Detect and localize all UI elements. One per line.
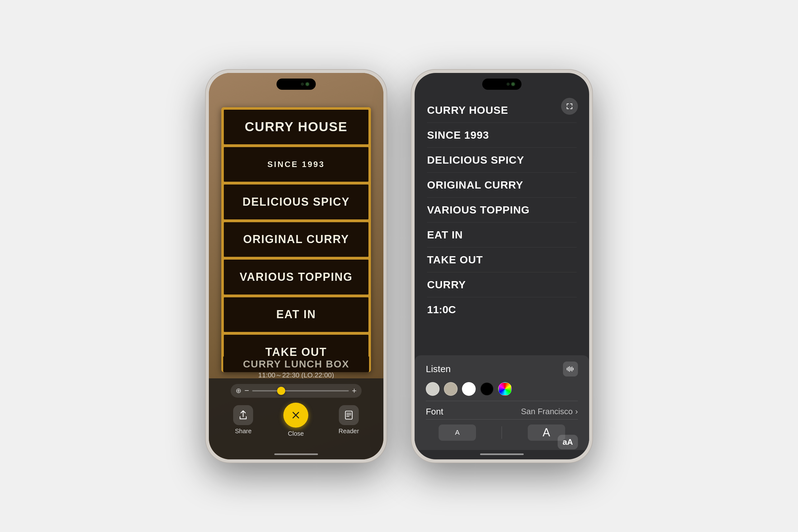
reader-icon[interactable] — [339, 405, 359, 425]
swatch-color-wheel[interactable] — [498, 382, 512, 396]
font-decrease-button[interactable]: A — [439, 424, 476, 441]
sign-row-since: SINCE 1993 — [223, 147, 369, 182]
sign-text-delicious: DELICIOUS SPICY — [243, 195, 350, 209]
text-take-out: TAKE OUT — [427, 254, 483, 266]
swatch-light-gray[interactable] — [426, 382, 439, 396]
zoom-minus[interactable]: − — [244, 386, 249, 396]
text-various: VARIOUS TOPPING — [427, 204, 530, 216]
swatch-warm-gray[interactable] — [444, 382, 458, 396]
font-chevron-icon: › — [575, 407, 578, 416]
font-size-row: A A — [426, 424, 578, 441]
share-label: Share — [235, 428, 251, 435]
font-row[interactable]: Font San Francisco › — [426, 404, 578, 419]
text-line-curry-house: CURRY HOUSE — [427, 101, 577, 123]
text-curry-house: CURRY HOUSE — [427, 104, 508, 116]
close-icon[interactable] — [283, 403, 308, 428]
sign-row-delicious: DELICIOUS SPICY — [223, 184, 369, 220]
text-line-since: SINCE 1993 — [427, 123, 577, 148]
dynamic-island-left — [277, 78, 316, 90]
sign-partial-text: CURRY LUNCH BOX — [243, 358, 349, 370]
camera-sensor — [301, 82, 304, 86]
font-label: Font — [426, 407, 443, 417]
right-phone-screen: CURRY HOUSE SINCE 1993 DELICIOUS SPICY O… — [415, 73, 589, 459]
swatch-white[interactable] — [462, 382, 476, 396]
text-hours-partial: 11:0C — [427, 304, 456, 316]
close-button[interactable]: Close — [283, 403, 308, 437]
expand-button[interactable] — [561, 98, 578, 115]
aa-button[interactable]: aA — [558, 435, 578, 450]
text-line-original: ORIGINAL CURRY — [427, 173, 577, 197]
text-delicious: DELICIOUS SPICY — [427, 154, 524, 166]
text-line-eat-in: EAT IN — [427, 223, 577, 247]
sign-row-curry-house: CURRY HOUSE — [223, 109, 369, 145]
left-phone: CURRY HOUSE SINCE 1993 DELICIOUS SPICY O… — [206, 70, 386, 462]
right-phone: CURRY HOUSE SINCE 1993 DELICIOUS SPICY O… — [412, 70, 592, 462]
text-line-various: VARIOUS TOPPING — [427, 197, 577, 223]
sign-inner: CURRY HOUSE SINCE 1993 DELICIOUS SPICY O… — [223, 109, 369, 370]
zoom-glass-icon: ⊕ — [236, 387, 241, 395]
sign-partial-row: CURRY LUNCH BOX — [223, 357, 369, 372]
bottom-action-bar: Share Close — [209, 403, 383, 437]
sign-board: CURRY HOUSE SINCE 1993 DELICIOUS SPICY O… — [221, 107, 371, 372]
sign-row-various: VARIOUS TOPPING — [223, 259, 369, 295]
share-icon[interactable] — [233, 405, 253, 425]
camera-led — [306, 82, 309, 86]
text-line-delicious: DELICIOUS SPICY — [427, 148, 577, 173]
color-swatches — [426, 382, 578, 396]
zoom-bar[interactable]: ⊕ − + — [231, 384, 362, 398]
dynamic-island-right — [482, 78, 521, 90]
text-line-curry: CURRY — [427, 272, 577, 297]
listen-group: Listen — [426, 364, 451, 374]
divider-1 — [426, 401, 578, 401]
left-phone-screen: CURRY HOUSE SINCE 1993 DELICIOUS SPICY O… — [209, 73, 383, 459]
font-name: San Francisco — [521, 407, 573, 416]
share-button[interactable]: Share — [233, 405, 253, 435]
listen-button[interactable] — [563, 362, 578, 377]
sign-text-eat-in: EAT IN — [276, 308, 316, 321]
home-indicator-left — [274, 454, 318, 455]
sign-text-since: SINCE 1993 — [267, 159, 325, 169]
sign-row-eat-in: EAT IN — [223, 297, 369, 332]
font-small-a: A — [455, 429, 460, 437]
font-large-a: A — [543, 426, 550, 439]
camera-sensor-r — [507, 82, 510, 86]
close-label: Close — [288, 430, 304, 437]
reader-button[interactable]: Reader — [339, 405, 359, 435]
reader-label: Reader — [339, 428, 359, 435]
sign-row-original: ORIGINAL CURRY — [223, 222, 369, 258]
font-size-divider — [501, 426, 502, 439]
zoom-plus[interactable]: + — [352, 386, 357, 396]
sign-text-curry-house: CURRY HOUSE — [245, 119, 347, 134]
zoom-thumb[interactable] — [277, 387, 285, 395]
camera-led-r — [512, 82, 515, 86]
sign-text-various: VARIOUS TOPPING — [240, 270, 353, 284]
text-line-hours-partial: 11:0C — [427, 297, 577, 322]
listen-row: Listen — [426, 362, 578, 377]
bottom-controls: ⊕ − + Share — [209, 378, 383, 459]
home-indicator-right — [480, 454, 524, 455]
swatch-black[interactable] — [480, 382, 494, 396]
svg-rect-0 — [345, 411, 352, 419]
listen-label: Listen — [426, 364, 451, 374]
text-line-take-out: TAKE OUT — [427, 247, 577, 272]
font-value-group[interactable]: San Francisco › — [521, 407, 578, 416]
text-original: ORIGINAL CURRY — [427, 179, 524, 191]
text-curry: CURRY — [427, 279, 466, 290]
sign-text-original: ORIGINAL CURRY — [243, 233, 349, 246]
zoom-track[interactable] — [252, 390, 349, 392]
text-since: SINCE 1993 — [427, 129, 489, 141]
text-eat-in: EAT IN — [427, 229, 463, 241]
